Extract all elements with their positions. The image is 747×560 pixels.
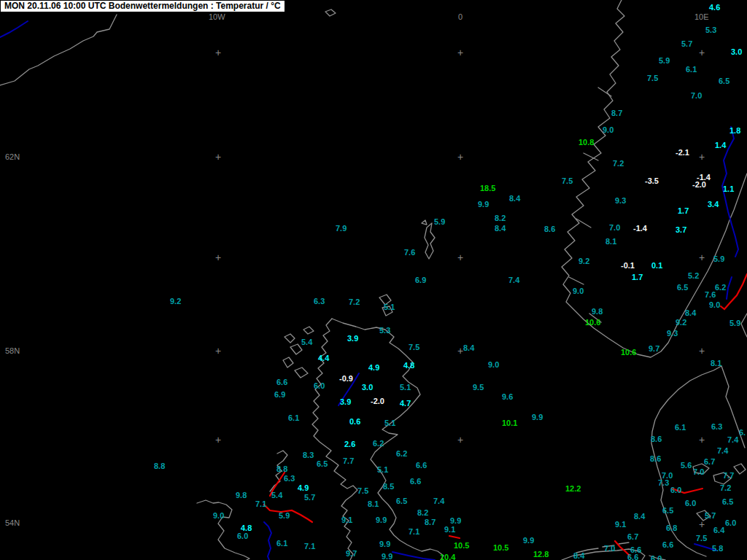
station-temp-value: 6.2 xyxy=(715,284,726,291)
grid-cross: + xyxy=(699,48,705,57)
station-temp-value: 8.5 xyxy=(383,483,394,490)
station-temp-value: 8.8 xyxy=(154,462,165,470)
grid-coordinate-label: 10W xyxy=(209,13,225,21)
station-temp-value: 8.7 xyxy=(611,109,622,117)
station-temp-value: 3.0 xyxy=(362,384,373,391)
station-temp-value: 8.1 xyxy=(711,359,721,367)
station-temp-value: 10.5 xyxy=(454,542,469,549)
station-temp-value: 0.6 xyxy=(349,418,360,425)
station-temp-value: 6.5 xyxy=(722,498,733,505)
station-temp-value: 8.4 xyxy=(573,552,584,559)
station-temp-value: 7.2 xyxy=(349,298,360,306)
station-temp-value: 10.5 xyxy=(493,544,508,551)
station-temp-value: 7.5 xyxy=(409,343,419,351)
station-temp-value: 4.8 xyxy=(241,524,252,532)
station-temp-value: 8.6 xyxy=(651,435,662,443)
station-temp-value: 5.3 xyxy=(705,26,716,34)
station-temp-value: 7.6 xyxy=(404,249,415,256)
station-temp-value: 5.9 xyxy=(279,512,290,519)
station-temp-value: 7.9 xyxy=(336,225,347,232)
station-temp-value: 9.7 xyxy=(649,345,659,352)
station-temp-value: 8.6 xyxy=(544,225,555,233)
grid-cross: + xyxy=(215,435,221,444)
station-temp-value: 7.5 xyxy=(357,487,368,494)
station-temp-value: 12.2 xyxy=(565,485,581,492)
station-temp-value: 5.1 xyxy=(384,303,395,311)
grid-cross: + xyxy=(457,48,463,57)
station-temp-value: 9.3 xyxy=(667,330,678,337)
station-temp-value: 1.7 xyxy=(632,273,643,281)
front-lines-red xyxy=(264,274,747,556)
station-temp-value: 9.0 xyxy=(709,301,720,308)
grid-coordinate-label: 54N xyxy=(5,519,20,527)
station-temp-value: 3.4 xyxy=(708,201,719,208)
station-temp-value: 8.8 xyxy=(276,465,287,472)
station-temp-value: 6.3 xyxy=(711,423,722,430)
station-temp-value: 9.0 xyxy=(213,512,224,519)
station-temp-value: 7.5 xyxy=(562,177,573,184)
station-temp-value: 7.4 xyxy=(433,497,444,505)
grid-cross: + xyxy=(699,346,705,355)
grid-coordinate-label: 62N xyxy=(5,153,20,161)
station-temp-value: 6.3 xyxy=(314,298,325,305)
station-temp-value: 6.5 xyxy=(317,460,328,467)
station-temp-value: 5.4 xyxy=(271,491,282,499)
station-temp-value: 9.6 xyxy=(502,393,513,400)
station-temp-value: 1.8 xyxy=(729,127,740,134)
station-temp-value: 1.1 xyxy=(723,185,734,192)
station-temp-value: 7.1 xyxy=(255,500,266,508)
grid-cross: + xyxy=(699,152,705,161)
station-temp-value: 3.0 xyxy=(731,48,742,55)
station-temp-value: 4.4 xyxy=(318,354,329,362)
station-temp-value: -2.0 xyxy=(371,397,384,405)
station-temp-value: 5.7 xyxy=(681,40,692,47)
station-temp-value: 7.0 xyxy=(609,224,620,231)
station-temp-value: 6.0 xyxy=(670,486,681,494)
station-temp-value: 5.8 xyxy=(712,545,723,552)
station-temp-value: 9.7 xyxy=(346,550,357,557)
station-temp-value: 8.7 xyxy=(425,518,436,526)
station-temp-value: 3.9 xyxy=(347,335,358,342)
station-temp-value: 9.0 xyxy=(488,361,499,368)
station-temp-value: 5.2 xyxy=(688,272,699,279)
station-temp-value: 7.0 xyxy=(604,545,615,552)
station-temp-value: 18.5 xyxy=(480,184,495,192)
grid-cross: + xyxy=(457,435,463,444)
station-temp-value: -3.5 xyxy=(645,177,659,184)
station-temp-value: 1.7 xyxy=(678,207,689,214)
station-temp-value: 9.8 xyxy=(592,308,603,315)
station-temp-value: 8.3 xyxy=(303,451,314,459)
station-temp-value: 9.9 xyxy=(478,201,489,208)
station-temp-value: 7.6 xyxy=(705,291,716,298)
station-temp-value: 5.3 xyxy=(379,327,390,334)
station-temp-value: 7.2 xyxy=(613,160,624,167)
station-temp-value: 9.2 xyxy=(676,319,686,326)
station-temp-value: 6.5 xyxy=(662,507,673,514)
station-temp-value: 9.9 xyxy=(523,537,534,544)
station-temp-value: -0.9 xyxy=(339,375,353,382)
station-temp-value: 6.1 xyxy=(288,414,299,421)
station-temp-value: 6.7 xyxy=(704,458,715,465)
station-temp-value: 6.1 xyxy=(686,66,697,73)
station-temp-value: 9.0 xyxy=(603,126,614,133)
station-temp-value: 9.9 xyxy=(376,516,387,524)
station-temp-value: 7.5 xyxy=(647,74,658,82)
station-temp-value: 5.9 xyxy=(434,218,445,225)
station-temp-value: 6.4 xyxy=(713,526,724,534)
grid-cross: + xyxy=(699,253,705,262)
station-temp-value: 5.1 xyxy=(377,466,388,473)
station-temp-value: 12.8 xyxy=(533,551,549,558)
station-temp-value: 5.7 xyxy=(304,494,315,501)
station-temp-value: 7.4 xyxy=(508,276,519,284)
station-temp-value: 9.1 xyxy=(341,516,352,524)
station-temp-value: 4.8 xyxy=(403,362,414,369)
station-temp-value: 9.0 xyxy=(573,287,584,295)
grid-cross: + xyxy=(215,48,221,57)
station-temp-value: 6.6 xyxy=(276,378,287,386)
station-temp-value: 9.9 xyxy=(450,517,461,524)
map-title: MON 20.11.06 10:00 UTC Bodenwettermeldun… xyxy=(4,1,281,11)
station-temp-value: -1.4 xyxy=(633,225,647,232)
weather-map-canvas: 10W010E62N58N54N ++++++++++++++++ 4.65.3… xyxy=(0,0,747,560)
station-temp-value: 8.1 xyxy=(605,238,616,245)
station-temp-value: 9.1 xyxy=(615,521,626,528)
